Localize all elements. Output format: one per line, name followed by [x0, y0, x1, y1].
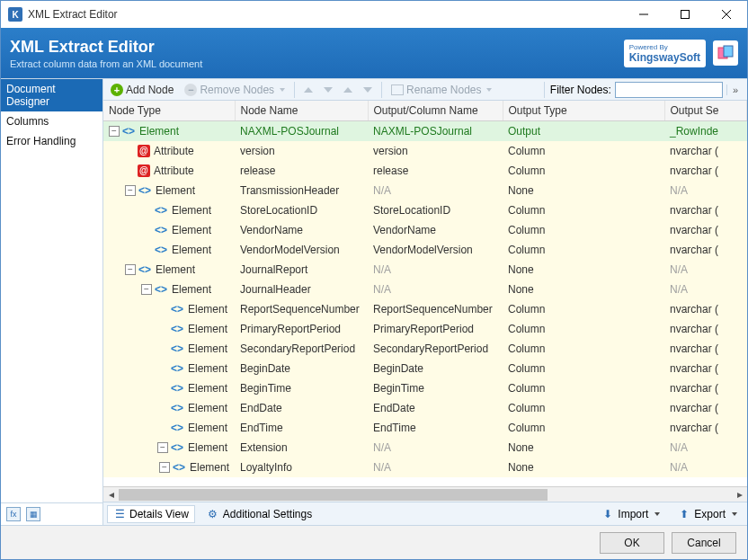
- expand-toggle[interactable]: −: [159, 462, 170, 473]
- toolbar: +Add Node −Remove Nodes Rename Nodes Fil…: [103, 79, 747, 101]
- minimize-button[interactable]: [623, 1, 664, 28]
- rename-icon: [391, 84, 404, 95]
- import-button[interactable]: ⬇Import: [595, 505, 666, 523]
- chevron-down-icon: [654, 512, 660, 516]
- close-button[interactable]: [706, 1, 747, 28]
- table-row[interactable]: @AttributereleasereleaseColumnnvarchar (: [103, 161, 747, 181]
- move-bottom-button[interactable]: [360, 85, 376, 94]
- maximize-button[interactable]: [664, 1, 706, 28]
- col-node-type[interactable]: Node Type: [103, 101, 235, 121]
- element-icon: <>: [154, 204, 168, 217]
- toolbar-separator: [381, 82, 382, 98]
- node-type-label: Element: [156, 184, 195, 197]
- output-settings-cell: nvarchar (: [664, 200, 747, 220]
- table-row[interactable]: <>ElementVendorModelVersionVendorModelVe…: [103, 240, 747, 260]
- output-settings-cell: nvarchar (: [664, 339, 747, 359]
- node-type-label: Element: [139, 125, 179, 138]
- move-down-button[interactable]: [320, 85, 336, 94]
- element-icon: <>: [121, 125, 136, 138]
- output-settings-cell: N/A: [664, 458, 747, 477]
- node-type-label: Element: [188, 303, 227, 316]
- svg-rect-1: [681, 11, 690, 19]
- element-icon: <>: [138, 184, 152, 197]
- additional-settings-tab[interactable]: ⚙Additional Settings: [200, 505, 318, 523]
- table-row[interactable]: <>ElementSecondaryReportPeriodSecondaryR…: [103, 339, 747, 359]
- grid-icon[interactable]: ▦: [26, 507, 40, 521]
- sidebar-item-error-handling[interactable]: Error Handling: [1, 131, 102, 151]
- output-settings-cell: N/A: [664, 181, 747, 200]
- node-name-cell: JournalReport: [235, 260, 368, 280]
- col-output-column[interactable]: Output/Column Name: [368, 101, 503, 121]
- node-name-cell: PrimaryReportPeriod: [235, 319, 368, 339]
- sidebar-item-document-designer[interactable]: Document Designer: [1, 79, 102, 111]
- table-row[interactable]: −<>ElementTransmissionHeaderN/ANoneN/A: [103, 181, 747, 200]
- import-icon: ⬇: [601, 508, 614, 520]
- overflow-button[interactable]: »: [726, 84, 744, 95]
- table-row[interactable]: −<>ElementExtensionN/ANoneN/A: [103, 438, 747, 458]
- expand-toggle[interactable]: −: [109, 126, 120, 137]
- export-button[interactable]: ⬆Export: [672, 505, 744, 523]
- expand-toggle[interactable]: −: [141, 284, 152, 295]
- sidebar-item-columns[interactable]: Columns: [1, 111, 102, 131]
- horizontal-scrollbar[interactable]: ◂ ▸: [103, 486, 747, 502]
- main-panel: +Add Node −Remove Nodes Rename Nodes Fil…: [103, 79, 747, 525]
- table-row[interactable]: <>ElementPrimaryReportPeriodPrimaryRepor…: [103, 319, 747, 339]
- scrollbar-thumb[interactable]: [119, 489, 548, 501]
- table-row[interactable]: <>ElementBeginDateBeginDateColumnnvarcha…: [103, 359, 747, 378]
- footer: OK Cancel: [1, 525, 747, 559]
- table-row[interactable]: <>ElementVendorNameVendorNameColumnnvarc…: [103, 220, 747, 240]
- output-settings-cell: N/A: [664, 260, 747, 280]
- output-column-cell: N/A: [368, 458, 503, 477]
- expand-toggle[interactable]: −: [125, 264, 136, 275]
- rename-nodes-button[interactable]: Rename Nodes: [387, 82, 495, 98]
- output-column-cell: N/A: [368, 260, 503, 280]
- col-output-settings[interactable]: Output Se: [664, 101, 747, 121]
- header-banner: XML Extract Editor Extract column data f…: [1, 28, 747, 78]
- output-settings-cell: nvarchar (: [664, 359, 747, 378]
- ok-button[interactable]: OK: [600, 532, 664, 554]
- add-node-button[interactable]: +Add Node: [107, 82, 177, 98]
- additional-settings-label: Additional Settings: [223, 508, 312, 520]
- table-row[interactable]: <>ElementReportSequenceNumberReportSeque…: [103, 299, 747, 319]
- node-name-cell: EndTime: [235, 418, 368, 438]
- table-row[interactable]: −<>ElementJournalReportN/ANoneN/A: [103, 260, 747, 280]
- col-output-type[interactable]: Output Type: [503, 101, 664, 121]
- element-icon: <>: [170, 342, 184, 355]
- table-row[interactable]: <>ElementStoreLocationIDStoreLocationIDC…: [103, 200, 747, 220]
- output-settings-cell: nvarchar (: [664, 299, 747, 319]
- filter-nodes-input[interactable]: [615, 82, 723, 98]
- table-row[interactable]: −<>ElementLoyaltyInfoN/ANoneN/A: [103, 458, 747, 477]
- triangle-down-icon: [324, 87, 333, 93]
- output-type-cell: Column: [503, 220, 664, 240]
- node-name-cell: BeginDate: [235, 359, 368, 378]
- expand-toggle[interactable]: −: [125, 185, 136, 196]
- table-row[interactable]: <>ElementBeginTimeBeginTimeColumnnvarcha…: [103, 378, 747, 398]
- table-row[interactable]: <>ElementEndDateEndDateColumnnvarchar (: [103, 398, 747, 418]
- triangle-up-icon: [304, 87, 313, 93]
- table-row[interactable]: @AttributeversionversionColumnnvarchar (: [103, 141, 747, 161]
- remove-nodes-button[interactable]: −Remove Nodes: [181, 82, 289, 98]
- fx-icon[interactable]: fx: [6, 507, 21, 521]
- output-column-cell: version: [368, 141, 503, 161]
- details-view-tab[interactable]: ☰Details View: [107, 505, 195, 523]
- scroll-right-icon[interactable]: ▸: [732, 487, 747, 502]
- col-node-name[interactable]: Node Name: [235, 101, 368, 121]
- scroll-left-icon[interactable]: ◂: [103, 487, 119, 502]
- table-row[interactable]: −<>ElementJournalHeaderN/ANoneN/A: [103, 280, 747, 299]
- table-row[interactable]: <>ElementEndTimeEndTimeColumnnvarchar (: [103, 418, 747, 438]
- element-icon: <>: [172, 461, 186, 474]
- output-type-cell: Column: [503, 418, 664, 438]
- move-up-button[interactable]: [300, 85, 316, 94]
- cancel-button[interactable]: Cancel: [672, 532, 736, 554]
- table-row[interactable]: −<>ElementNAXML-POSJournalNAXML-POSJourn…: [103, 121, 747, 141]
- output-settings-cell: nvarchar (: [664, 378, 747, 398]
- move-top-button[interactable]: [340, 85, 356, 94]
- header-title: XML Extract Editor: [10, 38, 624, 57]
- expand-toggle[interactable]: −: [157, 442, 168, 453]
- node-type-label: Element: [188, 402, 227, 414]
- toolbar-separator: [294, 82, 295, 98]
- chevron-down-icon: [280, 88, 285, 92]
- remove-nodes-label: Remove Nodes: [200, 84, 274, 96]
- output-column-cell: VendorName: [368, 220, 503, 240]
- output-column-cell: EndDate: [368, 398, 503, 418]
